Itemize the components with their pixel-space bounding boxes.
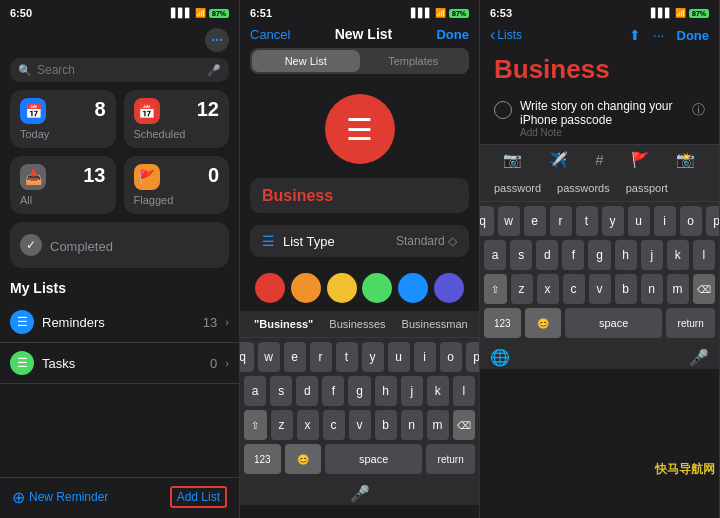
k3-c[interactable]: c — [563, 274, 585, 304]
k3-space[interactable]: space — [565, 308, 662, 338]
flag-icon[interactable]: 🚩 — [631, 151, 650, 169]
location-icon[interactable]: ✈️ — [549, 151, 568, 169]
list-type-row[interactable]: ☰ List Type Standard ◇ — [250, 225, 469, 257]
key-123[interactable]: 123 — [244, 444, 281, 474]
p3-done-button[interactable]: Done — [677, 28, 710, 43]
key-w[interactable]: w — [258, 342, 280, 372]
key-r[interactable]: r — [310, 342, 332, 372]
key-n[interactable]: n — [401, 410, 423, 440]
k3-b[interactable]: b — [615, 274, 637, 304]
key-shift[interactable]: ⇧ — [244, 410, 267, 440]
k3-o[interactable]: o — [680, 206, 702, 236]
list-name-input[interactable] — [262, 187, 472, 205]
k3-s[interactable]: s — [510, 240, 532, 270]
scheduled-card[interactable]: 📅 12 Scheduled — [124, 90, 230, 148]
k3-u[interactable]: u — [628, 206, 650, 236]
ellipsis-icon[interactable]: ··· — [653, 27, 665, 43]
k3-x[interactable]: x — [537, 274, 559, 304]
autocomplete-password[interactable]: password — [488, 179, 547, 197]
key-f[interactable]: f — [322, 376, 344, 406]
color-green[interactable] — [362, 273, 392, 303]
color-purple[interactable] — [434, 273, 464, 303]
list-item-tasks[interactable]: ☰ Tasks 0 › — [0, 343, 239, 384]
k3-delete[interactable]: ⌫ — [693, 274, 716, 304]
search-input[interactable] — [37, 63, 202, 77]
key-c[interactable]: c — [323, 410, 345, 440]
key-b[interactable]: b — [375, 410, 397, 440]
done-button[interactable]: Done — [436, 27, 469, 42]
reminder-item[interactable]: Write story on changing your iPhone pass… — [480, 93, 719, 144]
k3-v[interactable]: v — [589, 274, 611, 304]
completed-card[interactable]: ✓ Completed — [10, 222, 229, 268]
info-icon[interactable]: ⓘ — [692, 101, 705, 119]
key-delete[interactable]: ⌫ — [453, 410, 476, 440]
tag-icon[interactable]: # — [595, 151, 603, 169]
search-bar[interactable]: 🔍 🎤 — [10, 58, 229, 82]
key-s[interactable]: s — [270, 376, 292, 406]
color-orange[interactable] — [291, 273, 321, 303]
new-reminder-button[interactable]: ⊕ New Reminder — [12, 488, 108, 507]
k3-p[interactable]: p — [706, 206, 721, 236]
k3-k[interactable]: k — [667, 240, 689, 270]
k3-a[interactable]: a — [484, 240, 506, 270]
k3-l[interactable]: l — [693, 240, 715, 270]
photo-icon[interactable]: 📸 — [676, 151, 695, 169]
color-red[interactable] — [255, 273, 285, 303]
list-item-reminders[interactable]: ☰ Reminders 13 › — [0, 302, 239, 343]
today-card[interactable]: 📅 8 Today — [10, 90, 116, 148]
k3-n[interactable]: n — [641, 274, 663, 304]
key-a[interactable]: a — [244, 376, 266, 406]
autocomplete-business[interactable]: "Business" — [248, 315, 319, 333]
key-z[interactable]: z — [271, 410, 293, 440]
globe-icon[interactable]: 🌐 — [490, 348, 510, 367]
k3-j[interactable]: j — [641, 240, 663, 270]
key-return[interactable]: return — [426, 444, 475, 474]
share-icon[interactable]: ⬆ — [629, 27, 641, 43]
k3-y[interactable]: y — [602, 206, 624, 236]
color-yellow[interactable] — [327, 273, 357, 303]
autocomplete-businesses[interactable]: Businesses — [323, 315, 391, 333]
key-d[interactable]: d — [296, 376, 318, 406]
key-j[interactable]: j — [401, 376, 423, 406]
key-y[interactable]: y — [362, 342, 384, 372]
list-icon-preview[interactable]: ☰ — [325, 94, 395, 164]
k3-m[interactable]: m — [667, 274, 689, 304]
cancel-button[interactable]: Cancel — [250, 27, 290, 42]
add-list-button[interactable]: Add List — [170, 486, 227, 508]
k3-d[interactable]: d — [536, 240, 558, 270]
k3-return[interactable]: return — [666, 308, 715, 338]
key-u[interactable]: u — [388, 342, 410, 372]
autocomplete-businessman[interactable]: Businessman — [396, 315, 474, 333]
add-note[interactable]: Add Note — [520, 127, 684, 138]
key-q[interactable]: q — [240, 342, 254, 372]
key-x[interactable]: x — [297, 410, 319, 440]
key-m[interactable]: m — [427, 410, 449, 440]
k3-g[interactable]: g — [588, 240, 610, 270]
ellipsis-button[interactable]: ··· — [205, 28, 229, 52]
key-k[interactable]: k — [427, 376, 449, 406]
key-v[interactable]: v — [349, 410, 371, 440]
key-space[interactable]: space — [325, 444, 422, 474]
k3-123[interactable]: 123 — [484, 308, 521, 338]
k3-r[interactable]: r — [550, 206, 572, 236]
key-i[interactable]: i — [414, 342, 436, 372]
key-o[interactable]: o — [440, 342, 462, 372]
k3-f[interactable]: f — [562, 240, 584, 270]
k3-t[interactable]: t — [576, 206, 598, 236]
k3-emoji[interactable]: 😊 — [525, 308, 562, 338]
k3-h[interactable]: h — [615, 240, 637, 270]
all-card[interactable]: 📥 13 All — [10, 156, 116, 214]
back-button[interactable]: ‹ Lists — [490, 26, 522, 44]
k3-i[interactable]: i — [654, 206, 676, 236]
k3-z[interactable]: z — [511, 274, 533, 304]
templates-segment[interactable]: Templates — [360, 50, 468, 72]
flagged-card[interactable]: 🚩 0 Flagged — [124, 156, 230, 214]
k3-q[interactable]: q — [480, 206, 494, 236]
k3-shift[interactable]: ⇧ — [484, 274, 507, 304]
key-p[interactable]: p — [466, 342, 481, 372]
key-t[interactable]: t — [336, 342, 358, 372]
key-h[interactable]: h — [375, 376, 397, 406]
color-blue[interactable] — [398, 273, 428, 303]
camera-icon[interactable]: 📷 — [503, 151, 522, 169]
autocomplete-passwords[interactable]: passwords — [551, 179, 616, 197]
